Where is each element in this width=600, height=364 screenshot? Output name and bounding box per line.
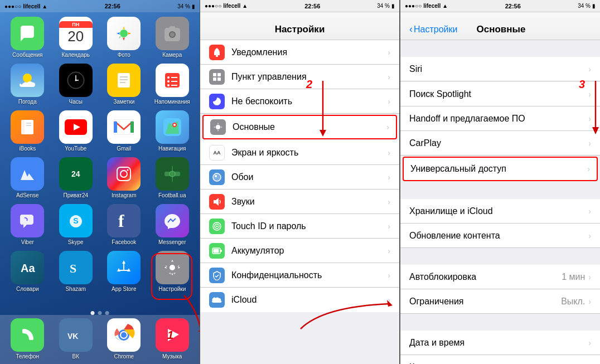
app-instagram[interactable]: Instagram	[102, 157, 146, 198]
football-label: Football.ua	[158, 192, 186, 198]
calendar-label: Календарь	[62, 52, 90, 58]
row-icloud[interactable]: iCloud ›	[200, 288, 399, 312]
app-appstore[interactable]: App Store	[102, 251, 146, 292]
app-camera[interactable]: Камера	[151, 17, 195, 58]
row-privacy[interactable]: Конфиденциальность ›	[200, 263, 399, 288]
notif-label: Уведомления	[231, 47, 381, 57]
row-autolock[interactable]: Автоблокировка 1 мин ›	[400, 265, 600, 289]
datetime-label: Дата и время	[409, 338, 588, 348]
app-settings[interactable]: Настройки	[151, 251, 195, 292]
app-photos[interactable]: Фото	[102, 17, 146, 58]
instagram-icon	[107, 157, 141, 191]
app-reminders[interactable]: Напоминания	[151, 64, 195, 105]
svg-point-33	[120, 171, 127, 177]
status-bar-3: ●●●○○ lifecell ▲ 22:56 34 % ▮	[400, 0, 600, 12]
row-battery[interactable]: Аккумулятор ›	[200, 239, 399, 263]
row-touch[interactable]: Touch ID и пароль ›	[200, 214, 399, 239]
row-general[interactable]: Основные ›	[202, 115, 397, 139]
row-spotlight[interactable]: Поиск Spotlight ›	[400, 82, 600, 106]
row-sounds[interactable]: Звуки ›	[200, 190, 399, 214]
siri-chevron: ›	[588, 65, 591, 74]
app-messenger[interactable]: Messenger	[151, 204, 195, 245]
general-list: Siri › Поиск Spotlight › Handoff и предл…	[400, 40, 600, 364]
app-notes[interactable]: Заметки	[102, 64, 146, 105]
general-icon	[210, 119, 226, 135]
row-keyboard[interactable]: Клавиатура ›	[400, 355, 600, 364]
photos-label: Фото	[118, 52, 130, 58]
svg-point-45	[170, 265, 175, 270]
music-dock-icon	[156, 318, 189, 352]
back-button[interactable]: ‹ Настройки	[409, 23, 457, 35]
row-carplay[interactable]: CarPlay ›	[400, 131, 600, 156]
back-label: Настройки	[414, 25, 457, 35]
row-notifications[interactable]: Уведомления ›	[200, 40, 399, 65]
gmail-icon	[107, 110, 141, 144]
signal-dots: ●●●○○	[4, 3, 21, 9]
app-weather[interactable]: Погода	[6, 64, 50, 105]
app-football[interactable]: Football.ua	[151, 157, 195, 198]
time-display: 22:56	[105, 3, 120, 9]
calendar-icon: ПН 20	[59, 17, 93, 50]
control-label: Пункт управления	[231, 72, 381, 82]
skype-icon: S	[59, 204, 93, 237]
page-dot-3	[105, 311, 109, 315]
page-dot-2	[98, 311, 102, 315]
app-ibooks[interactable]: iBooks	[6, 110, 50, 152]
app-maps[interactable]: Навигация	[151, 110, 195, 152]
app-viber[interactable]: Viber	[6, 204, 50, 245]
battery-icon-3: ▮	[592, 3, 596, 9]
app-skype[interactable]: S Skype	[54, 204, 98, 245]
general-label: Основные	[233, 122, 380, 132]
privat-icon: 24	[59, 157, 93, 191]
wallpaper-label: Обои	[231, 172, 381, 182]
touch-label: Touch ID и пароль	[231, 221, 381, 231]
row-handoff[interactable]: Handoff и предлагаемое ПО ›	[400, 106, 600, 131]
notif-chevron: ›	[388, 48, 390, 57]
wifi-icon-2: ▲	[242, 3, 248, 9]
app-slovari[interactable]: Aa Словари	[6, 251, 50, 292]
slovari-label: Словари	[16, 286, 39, 292]
photos-icon	[107, 17, 141, 50]
app-messages[interactable]: Сообщения	[6, 17, 50, 58]
row-dnd[interactable]: Не беспокоить ›	[200, 89, 399, 114]
privacy-label: Конфиденциальность	[231, 270, 381, 280]
gmail-label: Gmail	[117, 145, 131, 152]
handoff-chevron: ›	[588, 114, 591, 123]
app-clock[interactable]: Часы	[54, 64, 98, 105]
dock-music[interactable]: Музыка	[151, 318, 195, 360]
notes-icon	[107, 64, 141, 97]
dock-vk[interactable]: VK ВК	[54, 318, 98, 360]
app-facebook[interactable]: f Facebook	[102, 204, 146, 245]
svg-point-34	[127, 169, 129, 171]
viber-icon	[11, 204, 44, 237]
app-shazam[interactable]: S Shazam	[54, 251, 98, 292]
keyboard-label: Клавиатура	[409, 362, 588, 365]
sounds-chevron: ›	[388, 197, 390, 206]
settings-icon	[156, 251, 189, 284]
app-privat[interactable]: 24 Приват24	[54, 157, 98, 198]
row-restrict[interactable]: Ограничения Выкл. ›	[400, 289, 600, 314]
app-adsense[interactable]: AdSense	[6, 157, 50, 198]
battery-icon-row	[209, 243, 225, 259]
svg-text:S: S	[70, 261, 76, 275]
wifi-icon-3: ▲	[442, 3, 448, 9]
row-access[interactable]: Универсальный доступ ›	[403, 157, 598, 181]
row-control[interactable]: Пункт управления ›	[200, 65, 399, 89]
row-storage[interactable]: Хранилище и iCloud ›	[400, 199, 600, 224]
row-wallpaper[interactable]: Обои ›	[200, 165, 399, 190]
row-display[interactable]: AA Экран и яркость ›	[200, 140, 399, 165]
back-chevron-icon: ‹	[409, 23, 413, 35]
icloud-label: iCloud	[231, 295, 381, 305]
app-calendar[interactable]: ПН 20 Календарь	[54, 17, 98, 58]
app-gmail[interactable]: Gmail	[102, 110, 146, 152]
music-dock-label: Музыка	[162, 353, 182, 360]
app-youtube[interactable]: YouTube	[54, 110, 98, 152]
update-chevron: ›	[588, 231, 591, 240]
dock-phone[interactable]: Телефон	[6, 318, 50, 360]
dock-chrome[interactable]: Chrome	[102, 318, 146, 360]
row-siri[interactable]: Siri ›	[400, 57, 600, 81]
dnd-label: Не беспокоить	[231, 96, 381, 106]
row-update[interactable]: Обновление контента ›	[400, 224, 600, 248]
carplay-label: CarPlay	[409, 138, 588, 148]
row-datetime[interactable]: Дата и время ›	[400, 331, 600, 355]
